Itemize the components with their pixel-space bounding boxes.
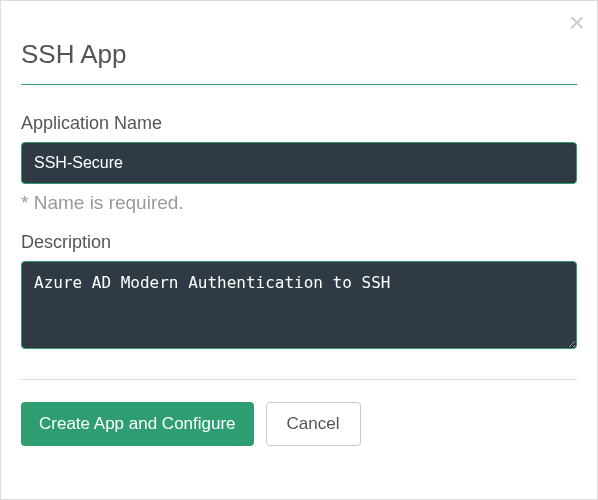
app-name-label: Application Name [21, 113, 577, 134]
cancel-button[interactable]: Cancel [266, 402, 361, 446]
create-app-button[interactable]: Create App and Configure [21, 402, 254, 446]
dialog-title: SSH App [21, 39, 577, 70]
button-row: Create App and Configure Cancel [21, 402, 577, 446]
app-name-input[interactable] [21, 142, 577, 184]
title-divider [21, 84, 577, 85]
description-input[interactable] [21, 261, 577, 349]
close-button[interactable]: × [569, 9, 585, 37]
footer-divider [21, 379, 577, 380]
description-label: Description [21, 232, 577, 253]
ssh-app-dialog: × SSH App Application Name * Name is req… [1, 1, 597, 470]
close-icon: × [569, 7, 585, 38]
app-name-validation: * Name is required. [21, 192, 577, 214]
